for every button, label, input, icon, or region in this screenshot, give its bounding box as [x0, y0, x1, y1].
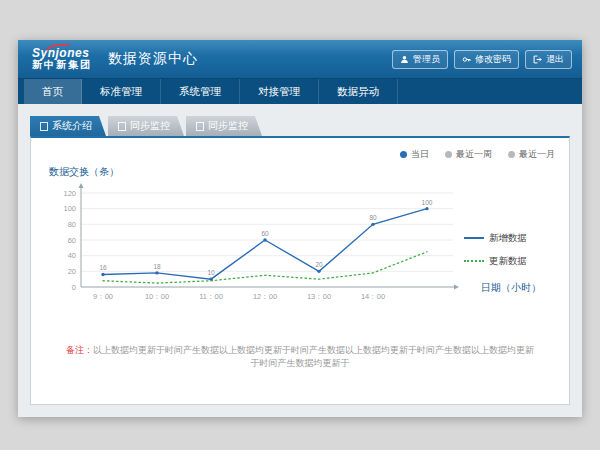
logout-button[interactable]: 退出 [525, 50, 572, 69]
svg-text:13：00: 13：00 [307, 292, 331, 301]
change-password-button[interactable]: 修改密码 [454, 50, 519, 69]
filter-last-week[interactable]: 最近一周 [445, 148, 492, 161]
nav-item-system-mgmt[interactable]: 系统管理 [161, 79, 240, 104]
button-label: 退出 [546, 53, 564, 66]
legend-entry-new-data: 新增数据 [464, 232, 555, 245]
logout-icon [533, 55, 542, 64]
filter-last-month[interactable]: 最近一月 [508, 148, 555, 161]
user-icon [400, 55, 409, 64]
logo-text-cn: 新中新集团 [32, 60, 92, 71]
nav-item-standard-mgmt[interactable]: 标准管理 [82, 79, 161, 104]
svg-text:18: 18 [153, 263, 161, 270]
svg-text:60: 60 [261, 230, 269, 237]
app-window: Synjones 新中新集团 数据资源中心 管理员修改密码退出 首页标准管理系统… [18, 40, 582, 417]
filter-today[interactable]: 当日 [400, 148, 429, 161]
line-chart: 0204060801001209：0010：0011：0012：0013：001… [45, 181, 460, 318]
legend-label: 新增数据 [489, 232, 527, 245]
footnote-label: 备注： [66, 345, 93, 355]
header-actions: 管理员修改密码退出 [392, 50, 572, 69]
filter-dot-icon [445, 151, 452, 158]
company-logo: Synjones 新中新集团 [32, 47, 92, 70]
svg-text:20: 20 [315, 261, 323, 268]
svg-text:100: 100 [63, 204, 76, 213]
svg-text:16: 16 [99, 264, 107, 271]
svg-text:20: 20 [68, 267, 76, 276]
svg-text:40: 40 [68, 251, 76, 260]
page-title: 数据资源中心 [108, 50, 198, 68]
document-icon [40, 122, 48, 131]
chart-row: 0204060801001209：0010：0011：0012：0013：001… [45, 181, 555, 318]
svg-text:10: 10 [207, 269, 215, 276]
svg-text:80: 80 [369, 214, 377, 221]
svg-text:11：00: 11：00 [199, 292, 223, 301]
tab-label: 同步监控 [208, 119, 248, 133]
x-axis-label: 日期（小时） [481, 281, 541, 295]
tab-system-intro[interactable]: 系统介绍 [30, 116, 106, 136]
svg-text:14：00: 14：00 [361, 292, 385, 301]
filter-dot-icon [400, 151, 407, 158]
document-icon [196, 122, 204, 131]
nav-item-data-change[interactable]: 数据异动 [319, 79, 398, 104]
filter-label: 当日 [411, 148, 429, 161]
svg-text:120: 120 [63, 189, 76, 198]
tab-label: 系统介绍 [52, 119, 92, 133]
svg-text:80: 80 [68, 220, 76, 229]
document-icon [118, 122, 126, 131]
nav-item-connect-mgmt[interactable]: 对接管理 [240, 79, 319, 104]
y-axis-label: 数据交换（条） [49, 165, 555, 179]
legend-line-icon [464, 237, 484, 239]
svg-text:10：00: 10：00 [145, 292, 169, 301]
legend-line-icon [464, 260, 484, 262]
tab-label: 同步监控 [130, 119, 170, 133]
key-icon [462, 55, 471, 64]
footnote-text: 以上数据均更新于时间产生数据以上数据均更新于时间产生数据以上数据均更新于时间产生… [93, 345, 534, 368]
legend-entry-updated-data: 更新数据 [464, 255, 555, 268]
chart-panel: 当日最近一周最近一月 数据交换（条） 0204060801001209：0010… [30, 136, 570, 405]
series-legend: 新增数据更新数据 [460, 181, 555, 318]
app-header: Synjones 新中新集团 数据资源中心 管理员修改密码退出 [18, 40, 582, 78]
navbar: 首页标准管理系统管理对接管理数据异动 [18, 78, 582, 104]
filter-dot-icon [508, 151, 515, 158]
range-filter-row: 当日最近一周最近一月 [45, 148, 555, 161]
tab-bar: 系统介绍同步监控同步监控 [30, 116, 570, 136]
logo-swoosh-icon [46, 43, 70, 51]
svg-text:12：00: 12：00 [253, 292, 277, 301]
legend-label: 更新数据 [489, 255, 527, 268]
filter-label: 最近一周 [456, 148, 492, 161]
main-content: 系统介绍同步监控同步监控 当日最近一周最近一月 数据交换（条） 02040608… [18, 104, 582, 417]
filter-label: 最近一月 [519, 148, 555, 161]
svg-text:60: 60 [68, 236, 76, 245]
button-label: 管理员 [413, 53, 440, 66]
button-label: 修改密码 [475, 53, 511, 66]
footnote: 备注：以上数据均更新于时间产生数据以上数据均更新于时间产生数据以上数据均更新于时… [45, 344, 555, 370]
svg-text:100: 100 [422, 199, 433, 206]
tab-sync-monitor-1[interactable]: 同步监控 [108, 116, 184, 136]
admin-button[interactable]: 管理员 [392, 50, 448, 69]
nav-item-home[interactable]: 首页 [24, 79, 82, 104]
svg-text:0: 0 [72, 283, 76, 292]
tab-sync-monitor-2[interactable]: 同步监控 [186, 116, 262, 136]
svg-text:9：00: 9：00 [93, 292, 113, 301]
